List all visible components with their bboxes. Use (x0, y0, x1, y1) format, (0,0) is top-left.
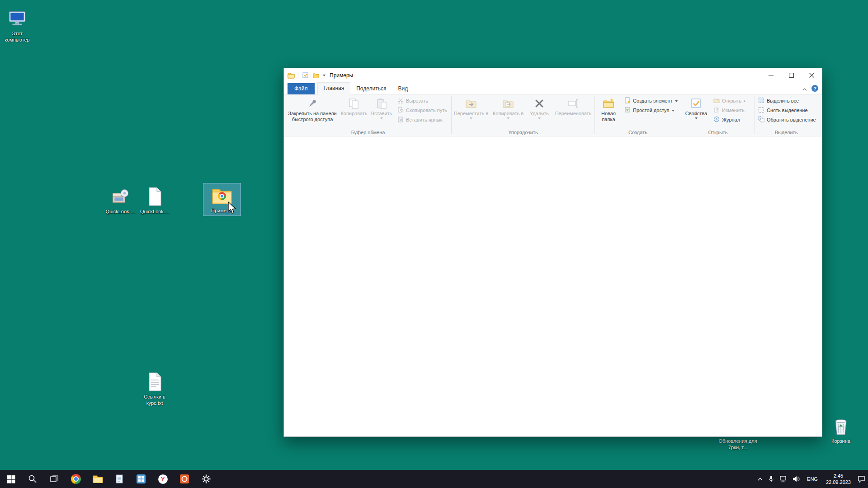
group-label-new: Создать (595, 128, 680, 136)
paste-icon (376, 97, 387, 110)
ribbon-group-clipboard: Закрепить на панели быстрого доступа Коп… (285, 94, 451, 136)
cut-icon (397, 97, 404, 105)
this-pc-icon (6, 8, 28, 29)
desktop-icon-this-pc[interactable]: Этот компьютер (0, 6, 34, 45)
window-folder-icon (287, 71, 295, 80)
taskbar-chrome-button[interactable] (65, 470, 87, 488)
qat-customize-caret-icon[interactable] (323, 75, 326, 76)
folder-content-area[interactable] (284, 136, 822, 436)
windows-logo-icon (7, 475, 15, 483)
action-center-button[interactable] (855, 470, 868, 488)
window-controls (761, 68, 822, 82)
select-all-button[interactable]: Выделить все (755, 96, 817, 106)
edit-button[interactable]: Изменить (711, 106, 754, 115)
copy-button[interactable]: Копировать (340, 95, 368, 128)
taskbar-orange-app-button[interactable] (174, 470, 195, 488)
qat-separator (298, 72, 298, 79)
taskbar-blue-app-button[interactable] (130, 470, 152, 488)
copy-path-icon (397, 107, 404, 115)
notepad-icon (115, 474, 123, 484)
paste-button[interactable]: Вставить (368, 95, 395, 128)
quick-access-toolbar (287, 71, 326, 80)
tray-volume-button[interactable] (790, 470, 803, 488)
task-view-button[interactable] (43, 470, 65, 488)
paste-shortcut-icon (397, 116, 404, 124)
icon-label: Ссылки в курс.txt (140, 394, 169, 407)
new-item-button[interactable]: Создать элемент (622, 96, 680, 106)
taskbar-notepad-button[interactable] (108, 470, 130, 488)
move-to-button[interactable]: Переместить в (452, 95, 490, 128)
taskbar-explorer-button[interactable] (87, 470, 108, 488)
delete-icon (533, 97, 545, 110)
help-icon[interactable]: ? (811, 85, 818, 92)
desktop-icon-primery-folder[interactable]: Примеры (203, 183, 241, 216)
tray-expand-button[interactable] (755, 470, 765, 488)
collapse-ribbon-icon[interactable] (802, 84, 807, 93)
paste-shortcut-button[interactable]: Вставить ярлык (395, 115, 451, 125)
invert-selection-button[interactable]: Обратить выделение (755, 115, 817, 125)
icon-label: Примеры (211, 208, 233, 214)
qat-new-folder-icon[interactable] (312, 71, 320, 80)
blue-app-icon (136, 474, 146, 484)
task-view-icon (50, 474, 59, 483)
edit-icon (713, 107, 720, 115)
desktop-icon-quicklook-file[interactable]: QuickLook.... (134, 184, 175, 216)
desktop-icon-links-txt[interactable]: Ссылки в курс.txt (134, 370, 175, 408)
easy-access-button[interactable]: Простой доступ (622, 106, 680, 115)
icon-label: QuickLook-... (106, 209, 135, 215)
network-icon (780, 476, 787, 483)
desktop-icon-hidden-label[interactable]: Обновления для 7рки, т... (712, 438, 763, 451)
taskbar-y-app-button[interactable]: Y (152, 470, 174, 488)
tab-file[interactable]: Файл (288, 83, 315, 94)
rename-icon (567, 97, 579, 110)
submenu-caret-icon (744, 100, 745, 103)
new-item-icon (624, 97, 631, 105)
maximize-button[interactable] (781, 68, 802, 82)
history-button[interactable]: Журнал (711, 115, 754, 125)
rename-button[interactable]: Переименовать (552, 95, 594, 128)
pin-to-quick-access-button[interactable]: Закрепить на панели быстрого доступа (285, 95, 340, 128)
title-bar[interactable]: Примеры (284, 68, 822, 82)
open-button[interactable]: Открыть (711, 96, 754, 106)
system-tray: ENG 2:45 22.09.2023 (755, 470, 868, 488)
cut-button[interactable]: Вырезать (395, 96, 451, 106)
close-button[interactable] (802, 68, 822, 82)
desktop-icon-recycle-bin[interactable]: Корзина (821, 414, 861, 446)
pin-icon (307, 97, 318, 110)
chrome-logo-badge (218, 192, 226, 200)
tab-view[interactable]: Вид (392, 83, 414, 94)
copy-to-button[interactable]: Копировать в (490, 95, 526, 128)
tray-network-button[interactable] (777, 470, 790, 488)
properties-button[interactable]: Свойства (682, 95, 711, 128)
ribbon: Закрепить на панели быстрого доступа Коп… (284, 94, 822, 136)
tab-share[interactable]: Поделиться (350, 83, 392, 94)
group-label-clipboard: Буфер обмена (285, 128, 451, 136)
minimize-button[interactable] (761, 68, 781, 82)
tab-home[interactable]: Главная (317, 82, 351, 94)
select-none-button[interactable]: Снять выделение (755, 106, 817, 115)
orange-app-icon (179, 474, 189, 484)
qat-properties-icon[interactable] (301, 71, 309, 80)
chevron-up-icon (758, 478, 763, 481)
delete-button[interactable]: Удалить (526, 95, 552, 128)
copy-path-button[interactable]: Скопировать путь (395, 106, 451, 115)
dropdown-caret-icon (380, 117, 383, 119)
taskbar-settings-button[interactable] (195, 470, 217, 488)
copy-icon (348, 97, 360, 110)
ribbon-group-select: Выделить все Снять выделение Обратить вы… (755, 94, 817, 136)
dropdown-caret-icon (538, 117, 541, 119)
start-button[interactable] (0, 470, 22, 488)
new-folder-button[interactable]: Новая папка (595, 95, 622, 128)
search-button[interactable] (22, 470, 43, 488)
window-title: Примеры (330, 72, 353, 79)
taskbar-clock[interactable]: 2:45 22.09.2023 (822, 470, 855, 488)
explorer-window: Примеры Файл Главная Поделиться Вид ? (283, 68, 822, 437)
document-icon (144, 186, 165, 207)
properties-icon (690, 97, 702, 110)
tray-mic-button[interactable] (765, 470, 777, 488)
invert-selection-icon (758, 116, 764, 124)
icon-label: QuickLook.... (140, 209, 169, 215)
dropdown-caret-icon (695, 117, 698, 119)
group-label-select: Выделить (755, 128, 817, 136)
language-indicator[interactable]: ENG (803, 470, 822, 488)
